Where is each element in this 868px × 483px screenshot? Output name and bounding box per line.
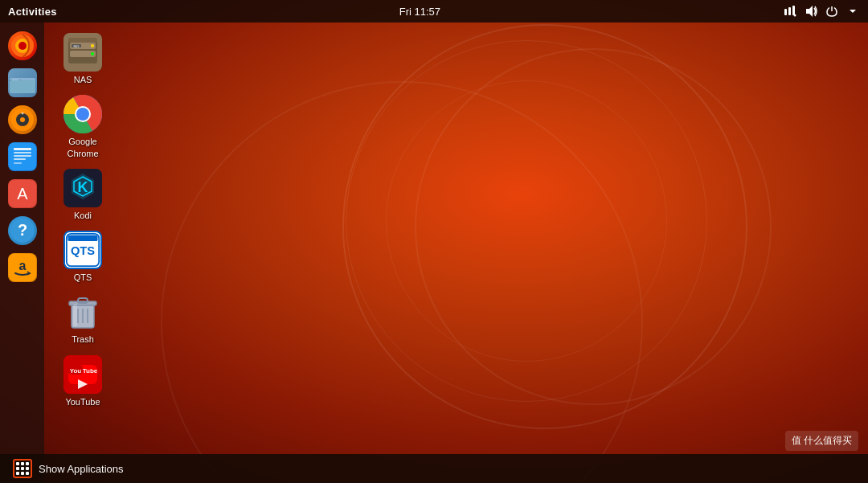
qts-icon: QTS (63, 231, 102, 269)
svg-rect-20 (14, 155, 31, 157)
svg-rect-12 (10, 80, 35, 93)
svg-text:QTS: QTS (71, 244, 95, 257)
show-applications-button[interactable]: Show Applications (0, 454, 137, 483)
activities-button[interactable]: Activities (0, 6, 57, 18)
svg-text:Tube: Tube (83, 367, 98, 375)
sidebar-item-libreoffice[interactable] (0, 140, 44, 174)
system-menu-arrow[interactable] (845, 4, 860, 18)
svg-point-16 (21, 113, 23, 115)
sidebar-item-rhythmbox[interactable] (0, 103, 44, 137)
svg-text:NAS: NAS (73, 44, 80, 48)
kodi-label: Kodi (74, 210, 92, 221)
bottombar: Show Applications (0, 454, 868, 483)
svg-marker-5 (850, 10, 856, 13)
svg-rect-52 (78, 298, 88, 303)
firefox-icon (8, 31, 37, 60)
kodi-icon: K (63, 169, 102, 207)
nas-icon: NAS (63, 33, 102, 72)
svg-point-40 (76, 108, 89, 121)
desktop-icon-kodi[interactable]: K Kodi (51, 164, 115, 226)
svg-point-15 (20, 117, 25, 122)
svg-rect-18 (14, 148, 31, 150)
desktop-icon-qts[interactable]: QTS QTS (51, 226, 115, 288)
amazon-icon: a (8, 253, 37, 282)
youtube-label: YouTube (65, 396, 100, 407)
help-icon: ? (8, 216, 37, 245)
power-icon[interactable] (825, 4, 839, 18)
nas-label: NAS (74, 74, 92, 85)
sidebar-item-help[interactable]: ? (0, 214, 44, 248)
svg-text:?: ? (17, 221, 27, 239)
desktop-icon-chrome[interactable]: Google Chrome (51, 90, 115, 164)
appstore-icon: A (8, 179, 37, 208)
svg-point-8 (18, 42, 27, 50)
svg-rect-19 (14, 152, 31, 153)
clock: Fri 11:57 (399, 6, 440, 18)
desktop-icon-nas[interactable]: NAS NAS (51, 28, 115, 90)
chrome-icon (63, 95, 102, 133)
svg-point-33 (91, 44, 94, 47)
files-icon (8, 68, 37, 97)
topbar: Activities Fri 11:57 (0, 0, 868, 23)
svg-text:K: K (78, 179, 88, 195)
network-icon[interactable] (783, 4, 797, 18)
svg-rect-35 (68, 38, 97, 43)
svg-text:A: A (17, 185, 28, 203)
grid-icon (13, 459, 32, 478)
sidebar-item-appstore[interactable]: A (0, 177, 44, 211)
sidebar-item-files[interactable] (0, 66, 44, 100)
sound-icon[interactable] (804, 4, 818, 18)
system-tray (783, 4, 868, 18)
watermark: 值 什么值得买 (785, 431, 858, 451)
svg-text:a: a (18, 259, 26, 272)
desktop-icon-trash[interactable]: Trash (51, 288, 115, 350)
svg-rect-1 (788, 7, 791, 15)
svg-rect-49 (68, 235, 98, 241)
show-applications-label: Show Applications (39, 463, 124, 475)
qts-label: QTS (74, 272, 92, 283)
svg-marker-4 (806, 6, 813, 17)
chrome-label: Google Chrome (54, 136, 112, 159)
svg-point-34 (91, 52, 94, 55)
svg-rect-21 (14, 158, 26, 160)
desktop: Activities Fri 11:57 (0, 0, 868, 483)
sidebar-item-firefox[interactable] (0, 29, 44, 63)
desktop-icons: NAS NAS Google (51, 28, 115, 412)
svg-rect-0 (784, 9, 787, 15)
trash-label: Trash (72, 334, 94, 345)
youtube-icon: You Tube (63, 355, 102, 394)
svg-text:You: You (70, 367, 82, 375)
sidebar: A ? a (0, 23, 44, 483)
rhythmbox-icon (8, 105, 37, 134)
svg-rect-2 (792, 6, 795, 15)
libreoffice-icon (8, 142, 37, 171)
desktop-icon-youtube[interactable]: You Tube YouTube (51, 350, 115, 412)
sidebar-item-amazon[interactable]: a (0, 251, 44, 284)
svg-point-3 (794, 14, 796, 17)
svg-rect-56 (73, 304, 77, 326)
trash-icon (63, 293, 102, 331)
svg-rect-22 (14, 162, 22, 164)
